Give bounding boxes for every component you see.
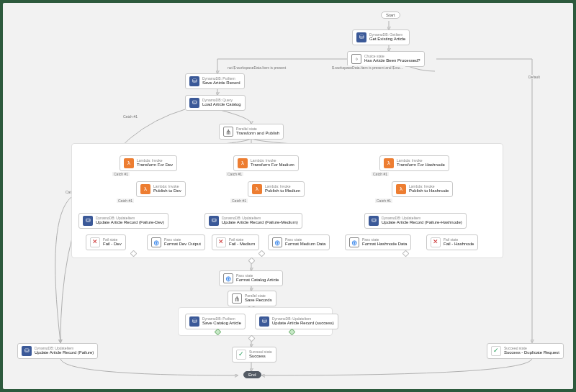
node-title: Has Article Been Processed?: [364, 58, 420, 63]
dynamodb-icon: ⛁: [356, 32, 366, 42]
lambda-icon: λ: [140, 184, 150, 194]
lambda-icon: λ: [396, 184, 406, 194]
node-title: Save Article Record: [202, 81, 240, 86]
node-transform-publish[interactable]: ⋔ Parallel state Transform and Publish: [219, 124, 284, 140]
pass-icon: ⊕: [272, 237, 282, 247]
node-format-medium-data[interactable]: ⊕ Pass state Format Medium Data: [268, 234, 330, 250]
node-update-failure[interactable]: ⛁ DynamoDB: UpdateItem Update Article Re…: [17, 343, 98, 359]
node-publish-dev[interactable]: λ Lambda: Invoke Publish to Dev: [136, 181, 186, 197]
edge-label-catch: Catch #1: [372, 172, 389, 176]
workflow-canvas[interactable]: Start ⛁ DynamoDB: GetItem Get Existing A…: [3, 3, 573, 389]
start-terminal[interactable]: Start: [381, 12, 400, 19]
edge-label-not-present: not $.workspaceData.Item is present: [226, 65, 287, 70]
node-fail-medium[interactable]: ✕ Fail state Fail - Medium: [212, 234, 259, 250]
succeed-icon: ✓: [236, 350, 246, 360]
lambda-icon: λ: [384, 158, 394, 168]
node-update-fail-dev[interactable]: ⛁ DynamoDB: UpdateItem Update Article Re…: [78, 213, 168, 229]
edge-label-catch: Catch #1: [117, 199, 134, 203]
edge-label-present: $.workspaceData.Item is present and $.wo…: [330, 65, 405, 70]
dynamodb-icon: ⛁: [259, 316, 269, 327]
edge-label-catch: Catch #1: [122, 114, 139, 119]
node-title: Load Article Catalog: [202, 102, 241, 107]
node-fail-hashnode[interactable]: ✕ Fail state Fail - Hashnode: [426, 234, 478, 250]
edge-label-default: Default: [527, 75, 541, 79]
dynamodb-icon: ⛁: [189, 98, 199, 108]
node-save-catalog-article[interactable]: ⛁ DynamoDB: PutItem Save Catalog Article: [185, 314, 246, 329]
node-transform-dev[interactable]: λ Lambda: Invoke Transform For Dev: [120, 155, 177, 171]
dynamodb-icon: ⛁: [209, 216, 219, 226]
node-update-success[interactable]: ⛁ DynamoDB: UpdateItem Update Article Re…: [255, 314, 338, 329]
pass-icon: ⊕: [349, 237, 359, 247]
lambda-icon: λ: [238, 158, 248, 168]
node-update-fail-hashnode[interactable]: ⛁ DynamoDB: UpdateItem Update Article Re…: [364, 213, 467, 229]
succeed-icon: ✓: [491, 346, 501, 356]
node-has-processed[interactable]: ⬨ Choice state Has Article Been Processe…: [347, 51, 425, 67]
node-transform-medium[interactable]: λ Lambda: Invoke Transform For Medium: [233, 155, 299, 171]
node-fail-dev[interactable]: ✕ Fail state Fail - Dev: [86, 234, 126, 250]
pass-icon: ⊕: [223, 273, 233, 283]
node-success-duplicate[interactable]: ✓ Succeed state Success - Duplicate Requ…: [487, 343, 564, 359]
fail-icon: ✕: [431, 237, 441, 247]
start-label: Start: [386, 13, 395, 17]
node-title: Transform and Publish: [236, 131, 279, 136]
lambda-icon: λ: [252, 184, 262, 194]
node-update-fail-medium[interactable]: ⛁ DynamoDB: UpdateItem Update Article Re…: [204, 213, 302, 229]
edge-label-catch: Catch #1: [230, 199, 248, 203]
fail-icon: ✕: [216, 237, 226, 247]
node-success[interactable]: ✓ Succeed state Success: [232, 347, 276, 363]
node-transform-hashnode[interactable]: λ Lambda: Invoke Transform For Hashnode: [379, 155, 449, 171]
node-load-catalog[interactable]: ⛁ DynamoDB: Query Load Article Catalog: [185, 95, 246, 111]
dynamodb-icon: ⛁: [369, 216, 379, 226]
node-publish-hashnode[interactable]: λ Lambda: Invoke Publish to Hashnode: [392, 181, 453, 197]
end-label: End: [248, 373, 256, 377]
node-format-hashnode-data[interactable]: ⊕ Pass state Format Hashnode Data: [345, 234, 411, 250]
node-format-catalog[interactable]: ⊕ Pass state Format Catalog Article: [219, 270, 283, 286]
parallel-end-marker: [248, 335, 256, 342]
edge-label-catch: Catch #1: [226, 172, 243, 176]
node-format-dev-output[interactable]: ⊕ Pass state Format Dev Output: [147, 234, 205, 250]
end-terminal[interactable]: End: [243, 371, 261, 378]
edge-label-catch: Catch #1: [112, 172, 130, 176]
fail-icon: ✕: [90, 237, 100, 247]
dynamodb-icon: ⛁: [189, 316, 199, 327]
pass-icon: ⊕: [151, 237, 161, 247]
node-title: Get Existing Article: [369, 37, 405, 42]
lambda-icon: λ: [124, 158, 134, 168]
edge-label-catch: Catch #1: [375, 199, 392, 203]
parallel-icon: ⋔: [232, 293, 242, 304]
dynamodb-icon: ⛁: [22, 346, 32, 356]
node-publish-medium[interactable]: λ Lambda: Invoke Publish to Medium: [248, 181, 305, 197]
dynamodb-icon: ⛁: [189, 76, 199, 86]
node-save-article-record[interactable]: ⛁ DynamoDB: PutItem Save Article Record: [185, 73, 245, 89]
node-get-existing-article[interactable]: ⛁ DynamoDB: GetItem Get Existing Article: [352, 29, 410, 45]
parallel-end-marker: [248, 257, 256, 265]
choice-icon: ⬨: [351, 54, 361, 64]
node-save-records[interactable]: ⋔ Parallel state Save Records: [228, 291, 276, 306]
parallel-icon: ⋔: [223, 127, 233, 137]
dynamodb-icon: ⛁: [83, 216, 93, 226]
